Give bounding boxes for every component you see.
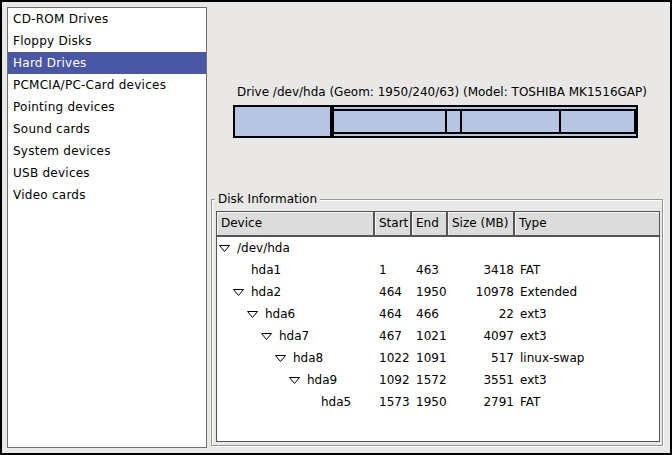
cell-end: 1021: [412, 325, 448, 347]
drive-geometry-label: Drive /dev/hda (Geom: 1950/240/63) (Mode…: [212, 85, 672, 100]
cell-end: 1091: [412, 347, 448, 369]
device-label: hda8: [293, 347, 323, 369]
hardware-browser-window: CD-ROM DrivesFloppy DisksHard DrivesPCMC…: [0, 0, 672, 455]
cell-end: 1950: [412, 281, 448, 303]
table-row-hda1[interactable]: hda114633418FAT: [217, 259, 659, 281]
cell-end: 1572: [412, 369, 448, 391]
cell-end: 1950: [412, 391, 448, 413]
cell-type: linux-swap: [515, 347, 659, 369]
cell-size-mb: 3418: [448, 259, 515, 281]
expander-icon[interactable]: [261, 333, 272, 340]
expander-spacer: [303, 399, 314, 406]
cell-start: 1022: [375, 347, 412, 369]
column-header-end[interactable]: End: [412, 212, 448, 237]
column-header-size-mb-[interactable]: Size (MB): [448, 212, 515, 237]
bar-segment-hda2: [332, 105, 638, 138]
bar-segment-hda8: [445, 111, 460, 132]
list-item-pcmcia-pc-card-devices[interactable]: PCMCIA/PC-Card devices: [8, 74, 206, 96]
cell-size-mb: 4097: [448, 325, 515, 347]
table-body: /dev/hdahda114633418FAThda2464195010978E…: [217, 237, 659, 413]
cell-end: [412, 237, 448, 259]
cell-type: ext3: [515, 303, 659, 325]
cell-size-mb: 22: [448, 303, 515, 325]
tree-indent: [217, 314, 247, 315]
list-item-pointing-devices[interactable]: Pointing devices: [8, 96, 206, 118]
device-label: hda5: [321, 391, 351, 413]
device-label: hda7: [279, 325, 309, 347]
cell-size-mb: 3551: [448, 369, 515, 391]
list-item-floppy-disks[interactable]: Floppy Disks: [8, 30, 206, 52]
tree-indent: [217, 402, 303, 403]
tree-indent: [217, 336, 261, 337]
cell-type: [515, 237, 659, 259]
cell-start: 467: [375, 325, 412, 347]
bar-segment-hda5: [559, 111, 634, 132]
table-row--dev-hda[interactable]: /dev/hda: [217, 237, 659, 259]
cell-start: 464: [375, 303, 412, 325]
disk-information-frame-label: Disk Information: [215, 192, 320, 206]
expander-icon[interactable]: [233, 289, 244, 296]
device-label: hda6: [265, 303, 295, 325]
table-row-hda9[interactable]: hda9109215723551ext3: [217, 369, 659, 391]
device-label: hda9: [307, 369, 337, 391]
list-item-cd-rom-drives[interactable]: CD-ROM Drives: [8, 8, 206, 30]
tree-indent: [217, 380, 289, 381]
bar-segment-hda9: [460, 111, 559, 132]
cell-size-mb: 2791: [448, 391, 515, 413]
column-header-device[interactable]: Device: [217, 212, 375, 237]
column-header-start[interactable]: Start: [375, 212, 412, 237]
cell-size-mb: [448, 237, 515, 259]
partition-bar: [233, 105, 638, 138]
cell-type: ext3: [515, 369, 659, 391]
expander-icon[interactable]: [219, 245, 230, 252]
expander-icon[interactable]: [275, 355, 286, 362]
cell-type: FAT: [515, 391, 659, 413]
device-category-list[interactable]: CD-ROM DrivesFloppy DisksHard DrivesPCMC…: [7, 7, 207, 448]
expander-icon[interactable]: [289, 377, 300, 384]
cell-type: FAT: [515, 259, 659, 281]
table-row-hda6[interactable]: hda646446622ext3: [217, 303, 659, 325]
device-label: hda1: [251, 259, 281, 281]
list-item-video-cards[interactable]: Video cards: [8, 184, 206, 206]
cell-start: 1: [375, 259, 412, 281]
cell-start: 1573: [375, 391, 412, 413]
table-row-hda5[interactable]: hda5157319502791FAT: [217, 391, 659, 413]
table-header: DeviceStartEndSize (MB)Type: [217, 212, 659, 237]
tree-indent: [217, 292, 233, 293]
cell-start: 1092: [375, 369, 412, 391]
list-item-system-devices[interactable]: System devices: [8, 140, 206, 162]
cell-size-mb: 10978: [448, 281, 515, 303]
bar-segment-hda1: [233, 105, 332, 138]
tree-indent: [217, 358, 275, 359]
list-item-usb-devices[interactable]: USB devices: [8, 162, 206, 184]
disk-information-table[interactable]: DeviceStartEndSize (MB)Type /dev/hdahda1…: [216, 211, 660, 442]
cell-size-mb: 517: [448, 347, 515, 369]
device-label: /dev/hda: [237, 237, 290, 259]
cell-start: 464: [375, 281, 412, 303]
cell-type: ext3: [515, 325, 659, 347]
list-item-sound-cards[interactable]: Sound cards: [8, 118, 206, 140]
device-label: hda2: [251, 281, 281, 303]
tree-indent: [217, 270, 233, 271]
column-header-type[interactable]: Type: [515, 212, 659, 237]
bar-logical-partitions: [334, 109, 636, 134]
table-row-hda2[interactable]: hda2464195010978Extended: [217, 281, 659, 303]
cell-end: 463: [412, 259, 448, 281]
expander-spacer: [233, 267, 244, 274]
expander-icon[interactable]: [247, 311, 258, 318]
cell-type: Extended: [515, 281, 659, 303]
table-row-hda7[interactable]: hda746710214097ext3: [217, 325, 659, 347]
table-row-hda8[interactable]: hda810221091517linux-swap: [217, 347, 659, 369]
cell-end: 466: [412, 303, 448, 325]
cell-start: [375, 237, 412, 259]
bar-segment-hda7: [334, 111, 445, 132]
list-item-hard-drives[interactable]: Hard Drives: [8, 52, 206, 74]
